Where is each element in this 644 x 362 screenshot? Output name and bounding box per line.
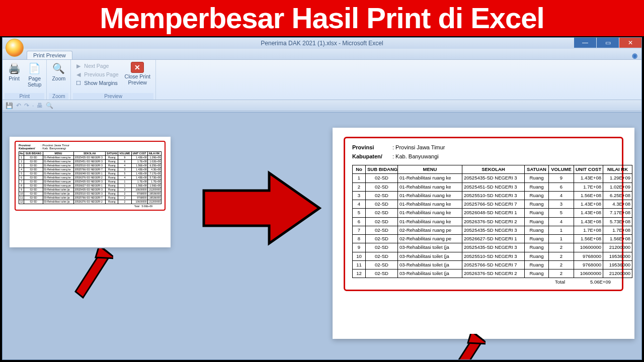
table-row: 1002-SD03-Rehabilitasi toilet (ja2052551… <box>353 252 632 260</box>
table-row: 202-SD01-Rehabilitasi ruang ke20525451-S… <box>19 160 162 164</box>
qat-print-icon[interactable]: 🖶 <box>37 102 43 109</box>
col-header: No <box>353 165 366 174</box>
page-setup-icon: 📄 <box>28 62 41 75</box>
table-row: 602-SD01-Rehabilitasi ruang ke20526376-S… <box>19 176 162 180</box>
previous-page-button[interactable]: ◀Previous Page <box>73 70 120 78</box>
close-button[interactable]: ✕ <box>619 38 641 48</box>
preview-page-small: Provinsi: Provinsi Jawa Timur Kabupaten/… <box>10 137 171 247</box>
ribbon-group-print: 🖨️ Print 📄 Page Setup Print <box>3 60 47 100</box>
close-icon: ✕ <box>131 62 144 73</box>
table-row: 1102-SD03-Rehabilitasi toilet (ja2052576… <box>353 260 632 269</box>
qat-undo-icon[interactable]: ↶ <box>16 102 21 109</box>
preview-workspace[interactable]: Provinsi: Provinsi Jawa Timur Kabupaten/… <box>3 112 641 359</box>
col-header: UNIT COST <box>574 165 603 174</box>
close-print-preview-button[interactable]: ✕ Close Print Preview <box>122 61 153 86</box>
next-page-button[interactable]: ▶Next Page <box>73 62 120 70</box>
show-margins-checkbox[interactable]: ☐Show Margins <box>73 79 120 87</box>
table-row: 102-SD01-Rehabilitasi ruang ke20525435-S… <box>19 156 162 160</box>
col-header: NILAI RK <box>147 152 161 156</box>
titlebar: Penerima DAK 2021 (1).xlsx - Microsoft E… <box>3 38 641 49</box>
table-row: 702-SD02-Rehabilitasi ruang pe20525435-S… <box>19 180 162 184</box>
col-header: SATUAN <box>525 165 549 174</box>
svg-marker-0 <box>204 173 319 243</box>
table-row: 1002-SD03-Rehabilitasi toilet (ja2052551… <box>19 192 162 196</box>
preview-page-large: Provinsi: Provinsi Jawa Timur Kabupaten/… <box>333 128 634 339</box>
table-row: 202-SD01-Rehabilitasi ruang ke20525451-S… <box>353 183 632 191</box>
col-header: MENU <box>398 165 462 174</box>
table-row: 702-SD02-Rehabilitasi ruang pe20525435-S… <box>353 226 632 234</box>
col-header: VOLUME <box>118 152 131 156</box>
ribbon-group-preview: ▶Next Page ◀Previous Page ☐Show Margins … <box>71 60 156 100</box>
col-header: SUB BIDANG <box>24 152 43 156</box>
qat-preview-icon[interactable]: 🔍 <box>46 102 53 109</box>
window-title: Penerima DAK 2021 (1).xlsx - Microsoft E… <box>261 40 383 47</box>
help-icon[interactable]: ◉ <box>632 52 637 59</box>
col-header: SUB BIDANG <box>366 165 398 174</box>
office-button[interactable] <box>6 39 24 57</box>
group-label-preview: Preview <box>73 93 153 100</box>
table-row: 502-SD01-Rehabilitasi ruang ke20526048-S… <box>353 209 632 217</box>
banner-title: Memperbesar Hasil Print di Excel <box>0 0 644 36</box>
qat-redo-icon[interactable]: ↷ <box>24 102 29 109</box>
qat-save-icon[interactable]: 💾 <box>6 102 13 109</box>
col-header: VOLUME <box>549 165 574 174</box>
table-row: 1102-SD03-Rehabilitasi toilet (ja2052576… <box>19 196 162 200</box>
print-button[interactable]: 🖨️ Print <box>5 61 24 83</box>
maximize-button[interactable]: ▭ <box>597 38 619 48</box>
col-header: NILAI RK <box>603 165 632 174</box>
ribbon-tabs: Print Preview ◉ <box>3 49 641 60</box>
table-row: 902-SD03-Rehabilitasi toilet (ja20525435… <box>19 188 162 192</box>
table-row: 302-SD01-Rehabilitasi ruang ke20525510-S… <box>353 191 632 200</box>
table-row: 602-SD01-Rehabilitasi ruang ke20526376-S… <box>353 217 632 226</box>
tab-print-preview[interactable]: Print Preview <box>27 51 72 59</box>
data-table-large: NoSUB BIDANGMENUSEKOLAHSATUANVOLUMEUNIT … <box>352 165 632 278</box>
pointer-arrow-left <box>68 248 113 299</box>
col-header: SATUAN <box>106 152 118 156</box>
excel-window: Penerima DAK 2021 (1).xlsx - Microsoft E… <box>2 37 642 360</box>
table-row: 502-SD01-Rehabilitasi ruang ke20526048-S… <box>19 172 162 176</box>
data-table-small: NoSUB BIDANGMENUSEKOLAHSATUANVOLUMEUNIT … <box>19 151 162 204</box>
big-arrow-icon <box>194 163 325 253</box>
col-header: MENU <box>43 152 74 156</box>
ribbon-group-zoom: 🔍 Zoom Zoom <box>47 60 71 100</box>
table-row: 302-SD01-Rehabilitasi ruang ke20525510-S… <box>19 164 162 168</box>
printer-icon: 🖨️ <box>8 62 21 75</box>
table-row: 402-SD01-Rehabilitasi ruang ke20525766-S… <box>353 200 632 209</box>
page-setup-button[interactable]: 📄 Page Setup <box>25 61 44 88</box>
zoom-icon: 🔍 <box>52 62 65 75</box>
next-page-icon: ▶ <box>75 62 82 69</box>
col-header: SEKOLAH <box>462 165 525 174</box>
table-row: 402-SD01-Rehabilitasi ruang ke20525766-S… <box>19 168 162 172</box>
group-label-print: Print <box>5 93 44 100</box>
table-row: 802-SD02-Rehabilitasi ruang pe20526627-S… <box>353 235 632 243</box>
col-header: UNIT COST <box>131 152 147 156</box>
minimize-button[interactable]: — <box>574 38 596 48</box>
col-header: SEKOLAH <box>74 152 106 156</box>
ribbon: 🖨️ Print 📄 Page Setup Print 🔍 Zoom Zoom <box>3 60 641 100</box>
pointer-arrow-right <box>440 334 486 359</box>
prev-page-icon: ◀ <box>75 71 82 78</box>
table-row: 902-SD03-Rehabilitasi toilet (ja20525435… <box>353 243 632 252</box>
table-row: 102-SD01-Rehabilitasi ruang ke20525435-S… <box>353 174 632 183</box>
table-row: 802-SD02-Rehabilitasi ruang pe20526627-S… <box>19 184 162 188</box>
col-header: No <box>19 152 24 156</box>
table-row: 1202-SD03-Rehabilitasi toilet (ja2052637… <box>19 200 162 204</box>
checkbox-icon: ☐ <box>75 79 82 86</box>
group-label-zoom: Zoom <box>49 93 68 100</box>
quick-access-toolbar: 💾 ↶ ↷ · 🖶 🔍 <box>3 100 641 111</box>
zoom-button[interactable]: 🔍 Zoom <box>49 61 68 83</box>
table-row: 1202-SD03-Rehabilitasi toilet (ja2052637… <box>353 269 632 278</box>
